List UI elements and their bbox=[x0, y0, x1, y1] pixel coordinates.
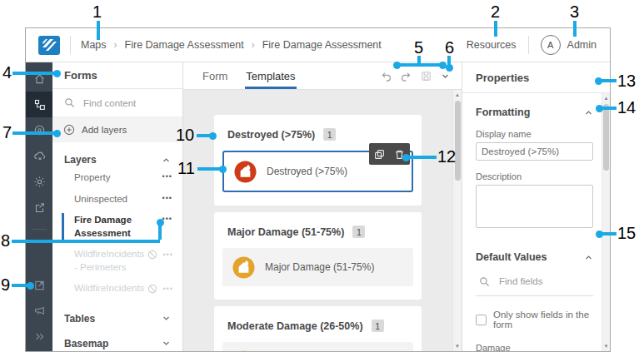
template-card-moderate-damage[interactable]: Moderate Damage (26-50%) bbox=[222, 342, 413, 351]
template-card-label: Major Damage (51-75%) bbox=[265, 261, 374, 273]
find-content-input[interactable] bbox=[82, 97, 169, 109]
add-layers-button[interactable]: Add layers bbox=[52, 117, 182, 142]
scroll-down-icon[interactable]: ▼ bbox=[455, 343, 460, 350]
moderate-damage-template-icon bbox=[232, 350, 255, 352]
layer-row-wildfire-incidents[interactable]: WildfireIncidents ••• bbox=[52, 278, 182, 300]
callout-4-number: 4 bbox=[2, 64, 12, 82]
layer-options-icon[interactable]: ••• bbox=[162, 251, 172, 259]
callout-9-number: 9 bbox=[1, 276, 10, 294]
tab-form[interactable]: Form bbox=[202, 62, 228, 89]
display-name-input[interactable] bbox=[476, 142, 593, 161]
tables-section-header[interactable]: Tables bbox=[52, 311, 182, 326]
scroll-up-icon[interactable]: ▲ bbox=[455, 92, 460, 98]
template-card-major-damage[interactable]: Major Damage (51-75%) bbox=[222, 248, 413, 286]
open-in-new-icon[interactable] bbox=[26, 272, 52, 298]
layers-section-header[interactable]: Layers bbox=[52, 152, 182, 167]
feedback-icon[interactable] bbox=[26, 298, 52, 324]
template-group-title: Major Damage (51-75%) bbox=[227, 226, 344, 238]
breadcrumb-map-name[interactable]: Fire Damage Assessment bbox=[125, 39, 244, 51]
layer-options-icon[interactable]: ••• bbox=[162, 195, 172, 202]
app-header: Maps › Fire Damage Assessment › Fire Dam… bbox=[26, 28, 610, 62]
callout-15-number: 15 bbox=[617, 225, 636, 242]
user-name[interactable]: Admin bbox=[567, 39, 597, 51]
find-content-search[interactable] bbox=[52, 89, 182, 117]
properties-scrollbar[interactable]: ▲ ▼ bbox=[602, 93, 610, 351]
forms-panel-title: Forms bbox=[52, 62, 182, 89]
add-layers-label: Add layers bbox=[82, 125, 127, 135]
breadcrumb: Maps › Fire Damage Assessment › Fire Dam… bbox=[81, 39, 382, 51]
properties-panel-title: Properties bbox=[462, 62, 610, 93]
callout-7-number: 7 bbox=[2, 124, 12, 141]
sidebar-divider bbox=[32, 229, 47, 230]
search-icon bbox=[64, 97, 75, 108]
layer-options-icon[interactable]: ••• bbox=[162, 285, 172, 293]
callout-14-number: 14 bbox=[617, 99, 636, 117]
checkbox-unchecked-icon[interactable] bbox=[476, 315, 487, 325]
scrollbar-thumb[interactable] bbox=[455, 101, 461, 181]
damage-field-label: Damage bbox=[476, 343, 593, 351]
layer-name: WildfireIncidents - Perimeters bbox=[74, 248, 147, 274]
breadcrumb-separator-icon: › bbox=[252, 39, 255, 51]
find-fields-search[interactable] bbox=[476, 263, 593, 296]
layer-row-uninspected[interactable]: Uninspected ••• bbox=[52, 189, 182, 211]
layer-row-property[interactable]: Property ••• bbox=[52, 167, 182, 189]
only-show-fields-checkbox-row[interactable]: Only show fields in the form bbox=[476, 310, 593, 330]
layer-name: WildfireIncidents bbox=[74, 282, 147, 295]
breadcrumb-maps[interactable]: Maps bbox=[81, 39, 107, 51]
field-maps-designer-window: Maps › Fire Damage Assessment › Fire Dam… bbox=[25, 27, 611, 352]
save-icon[interactable] bbox=[420, 70, 432, 82]
breadcrumb-separator-icon: › bbox=[114, 39, 117, 51]
destroyed-template-icon bbox=[234, 161, 257, 183]
tab-templates[interactable]: Templates bbox=[245, 62, 296, 89]
template-group-title: Destroyed (>75%) bbox=[227, 129, 315, 141]
display-name-label: Display name bbox=[476, 129, 593, 139]
home-icon[interactable] bbox=[26, 66, 52, 92]
layer-options-icon[interactable]: ••• bbox=[162, 216, 172, 223]
layer-row-fire-damage-assessment[interactable]: Fire Damage Assessment ••• bbox=[52, 210, 182, 244]
undo-icon[interactable] bbox=[380, 70, 392, 82]
find-fields-input[interactable] bbox=[497, 275, 581, 287]
template-card-actions bbox=[369, 143, 410, 165]
default-values-section-label: Default Values bbox=[476, 251, 547, 263]
properties-panel: Properties Formatting Display name Descr… bbox=[462, 62, 610, 351]
not-supported-icon bbox=[147, 284, 157, 294]
avatar[interactable]: A bbox=[541, 35, 561, 55]
layer-name: Uninspected bbox=[74, 193, 162, 206]
layer-name: Fire Damage Assessment bbox=[74, 214, 162, 240]
chevron-up-icon bbox=[584, 253, 593, 262]
template-count-badge: 1 bbox=[352, 226, 365, 238]
layer-options-icon[interactable]: ••• bbox=[162, 173, 172, 181]
settings-icon[interactable] bbox=[26, 169, 52, 195]
esri-logo[interactable] bbox=[37, 35, 60, 55]
share-icon[interactable] bbox=[26, 195, 52, 221]
resources-link[interactable]: Resources bbox=[467, 39, 517, 51]
offline-areas-icon[interactable] bbox=[26, 143, 52, 169]
template-card-label: Destroyed (>75%) bbox=[267, 166, 347, 177]
scrollbar-thumb[interactable] bbox=[603, 104, 609, 171]
default-values-section-header[interactable]: Default Values bbox=[476, 251, 593, 263]
header-right: Resources A Admin bbox=[467, 35, 597, 55]
plus-circle-icon bbox=[63, 124, 75, 136]
template-card-destroyed[interactable]: Destroyed (>75%) bbox=[222, 151, 413, 192]
scroll-down-icon[interactable]: ▼ bbox=[604, 343, 609, 350]
chevron-up-icon bbox=[584, 108, 593, 117]
geofence-icon[interactable] bbox=[26, 117, 52, 143]
formatting-section-header[interactable]: Formatting bbox=[476, 107, 593, 118]
basemap-section-header[interactable]: Basemap bbox=[52, 336, 182, 351]
chevron-down-icon[interactable] bbox=[440, 71, 451, 82]
templates-scrollbar[interactable]: ▲ ▼ bbox=[452, 90, 462, 351]
delete-icon[interactable] bbox=[391, 145, 409, 163]
tab-bar: Form Templates bbox=[183, 62, 462, 90]
chevron-up-icon bbox=[162, 156, 171, 165]
template-count-badge: 1 bbox=[323, 128, 336, 141]
scroll-up-icon[interactable]: ▲ bbox=[604, 95, 609, 102]
redo-icon[interactable] bbox=[400, 70, 412, 82]
forms-icon[interactable] bbox=[26, 92, 52, 117]
description-input[interactable] bbox=[476, 185, 593, 228]
duplicate-icon[interactable] bbox=[371, 145, 389, 163]
header-divider bbox=[528, 36, 529, 54]
layer-row-wildfire-perimeters[interactable]: WildfireIncidents - Perimeters ••• bbox=[52, 244, 182, 278]
collapse-sidebar-icon[interactable] bbox=[26, 324, 52, 350]
callout-2-number: 2 bbox=[491, 3, 500, 21]
template-group-destroyed: Destroyed (>75%) 1 Destroyed (>75%) bbox=[214, 115, 422, 206]
